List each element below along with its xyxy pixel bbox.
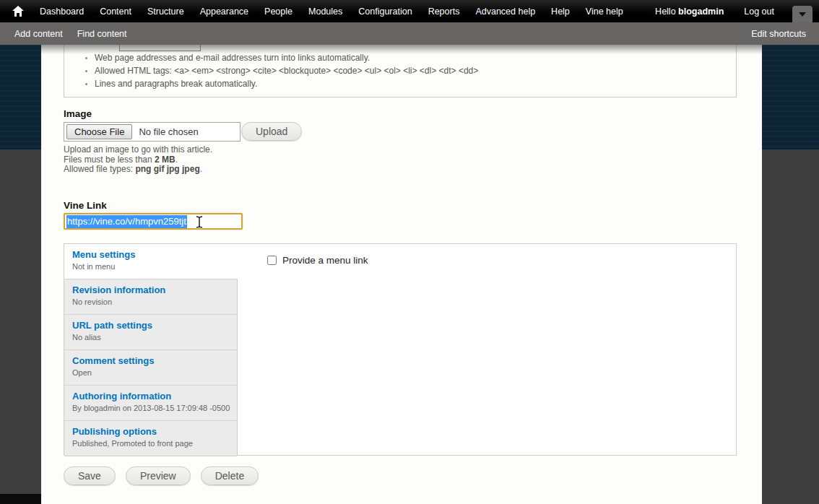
menu-settings-pane: Provide a menu link: [238, 244, 736, 455]
provide-menu-link-label: Provide a menu link: [282, 255, 368, 266]
tab-summary: Open: [72, 368, 237, 377]
tab-summary: No revision: [72, 297, 237, 306]
vine-link-selected-text: https://vine.co/v/hmpvn259tjt: [66, 215, 187, 228]
admin-toolbar: Dashboard Content Structure Appearance P…: [0, 0, 819, 22]
image-field-label: Image: [64, 108, 92, 119]
upload-button[interactable]: Upload: [241, 122, 302, 141]
form-actions: Save Preview Delete: [64, 466, 259, 485]
filter-tip: Lines and paragraphs break automatically…: [95, 79, 736, 89]
tab-menu-settings[interactable]: Menu settings Not in menu: [64, 244, 238, 279]
image-desc-line3: Allowed file types: png gif jpg jpeg.: [64, 165, 212, 175]
tab-title: Revision information: [72, 284, 237, 295]
vertical-tabs-fieldset: Menu settings Not in menu Revision infor…: [64, 243, 737, 456]
provide-menu-link-row[interactable]: Provide a menu link: [267, 255, 368, 266]
tab-publishing-options[interactable]: Publishing options Published, Promoted t…: [64, 421, 237, 456]
tab-authoring-information[interactable]: Authoring information By blogadmin on 20…: [64, 386, 237, 421]
toolbar-item-modules[interactable]: Modules: [300, 6, 350, 17]
shortcut-find-content[interactable]: Find content: [70, 29, 134, 39]
logout-link[interactable]: Log out: [734, 6, 784, 17]
filter-tips-list: Web page addresses and e-mail addresses …: [64, 53, 736, 89]
edit-shortcuts-link[interactable]: Edit shortcuts: [751, 29, 806, 39]
filter-tip: Allowed HTML tags: <a> <em> <strong> <ci…: [95, 66, 736, 76]
toolbar-item-appearance[interactable]: Appearance: [192, 6, 256, 17]
image-desc-line1: Upload an image to go with this article.: [64, 145, 212, 155]
provide-menu-link-checkbox[interactable]: [267, 256, 277, 265]
user-greeting: Hello blogadmin: [645, 6, 734, 17]
tab-url-path-settings[interactable]: URL path settings No alias: [64, 315, 237, 350]
tab-title: Authoring information: [72, 391, 237, 401]
file-input[interactable]: Choose File No file chosen: [64, 122, 240, 142]
text-cursor-icon: [195, 215, 204, 232]
tab-title: Menu settings: [72, 249, 238, 260]
tab-title: Publishing options: [72, 426, 237, 437]
image-field-description: Upload an image to go with this article.…: [64, 145, 212, 175]
tab-title: URL path settings: [72, 320, 237, 331]
toolbar-item-dashboard[interactable]: Dashboard: [32, 6, 92, 17]
preview-button[interactable]: Preview: [126, 466, 191, 485]
toolbar-toggle-button[interactable]: [792, 6, 812, 22]
vine-link-label: Vine Link: [64, 200, 107, 211]
node-edit-form: Web page addresses and e-mail addresses …: [41, 45, 762, 504]
toolbar-item-structure[interactable]: Structure: [139, 6, 192, 17]
toolbar-item-reports[interactable]: Reports: [420, 6, 468, 17]
screen: Dashboard Content Structure Appearance P…: [0, 0, 819, 504]
username: blogadmin: [678, 6, 724, 17]
chevron-down-icon: [799, 12, 806, 17]
tab-revision-information[interactable]: Revision information No revision: [64, 279, 237, 315]
toolbar-item-help[interactable]: Help: [543, 6, 578, 17]
tab-summary: By blogadmin on 2013-08-15 17:09:48 -050…: [72, 404, 237, 412]
tab-title: Comment settings: [72, 355, 237, 366]
toolbar-item-configuration[interactable]: Configuration: [350, 6, 420, 17]
tab-summary: Published, Promoted to front page: [72, 439, 237, 448]
tab-comment-settings[interactable]: Comment settings Open: [64, 350, 237, 386]
filter-tip: Web page addresses and e-mail addresses …: [95, 53, 736, 63]
tab-summary: No alias: [72, 333, 237, 342]
toolbar-item-vine-help[interactable]: Vine help: [578, 6, 631, 17]
image-desc-line2: Files must be less than 2 MB.: [64, 155, 212, 165]
shortcut-add-content[interactable]: Add content: [7, 29, 70, 39]
vine-link-input[interactable]: https://vine.co/v/hmpvn259tjt: [64, 213, 243, 230]
toolbar-item-advanced-help[interactable]: Advanced help: [467, 6, 543, 17]
toolbar-item-people[interactable]: People: [256, 6, 300, 17]
content-top-shadow: [41, 45, 762, 54]
delete-button[interactable]: Delete: [201, 466, 259, 485]
choose-file-button[interactable]: Choose File: [66, 124, 132, 139]
save-button[interactable]: Save: [64, 466, 116, 485]
toolbar-item-content[interactable]: Content: [92, 6, 139, 17]
background-site-footer: [0, 494, 41, 504]
tab-summary: Not in menu: [72, 262, 238, 271]
vertical-tabs-list: Menu settings Not in menu Revision infor…: [64, 244, 238, 455]
home-icon[interactable]: [9, 6, 27, 17]
shortcut-bar: Add content Find content Edit shortcuts: [0, 22, 819, 45]
no-file-chosen-text: No file chosen: [139, 126, 198, 137]
